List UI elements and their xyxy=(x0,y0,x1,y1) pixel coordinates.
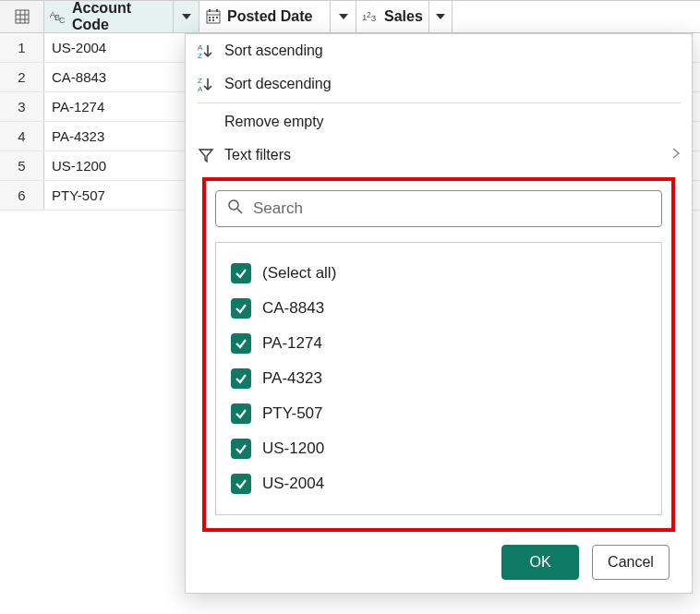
chevron-down-icon xyxy=(338,11,349,22)
column-label: Posted Date xyxy=(227,8,312,25)
filter-option[interactable]: PA-1274 xyxy=(231,326,646,361)
button-label: Cancel xyxy=(608,554,654,571)
filter-option-label: PA-1274 xyxy=(262,334,322,353)
svg-point-30 xyxy=(229,200,238,210)
svg-rect-13 xyxy=(216,17,218,18)
svg-rect-0 xyxy=(16,10,29,23)
checkbox-checked-icon[interactable] xyxy=(231,403,251,424)
svg-rect-14 xyxy=(209,19,211,21)
menu-label: Remove empty xyxy=(224,114,324,130)
cell-account-code[interactable]: US-1200 xyxy=(44,151,199,180)
svg-text:Z: Z xyxy=(198,52,202,59)
sort-descending-item[interactable]: ZA Sort descending xyxy=(186,67,692,101)
sort-ascending-item[interactable]: AZ Sort ascending xyxy=(186,34,692,67)
cancel-button[interactable]: Cancel xyxy=(592,545,670,580)
filter-option[interactable]: US-2004 xyxy=(231,466,646,501)
menu-label: Sort ascending xyxy=(224,42,323,59)
row-number: 4 xyxy=(0,122,44,150)
column-label: Account Code xyxy=(72,0,167,33)
checkbox-checked-icon[interactable] xyxy=(231,298,251,319)
button-label: OK xyxy=(529,554,550,571)
filter-option-label: (Select all) xyxy=(262,264,336,283)
svg-text:3: 3 xyxy=(371,13,377,23)
text-type-icon: ABC xyxy=(50,8,66,25)
row-number: 1 xyxy=(0,33,44,62)
svg-marker-22 xyxy=(436,14,445,19)
svg-text:C: C xyxy=(59,16,66,25)
column-label: Sales xyxy=(384,8,423,25)
row-number: 6 xyxy=(0,181,44,210)
cell-account-code[interactable]: PA-1274 xyxy=(44,92,199,121)
column-header-sales[interactable]: 123 Sales xyxy=(356,1,453,32)
svg-rect-11 xyxy=(209,17,211,18)
checkbox-checked-icon[interactable] xyxy=(231,439,251,459)
svg-line-31 xyxy=(237,209,242,213)
row-number: 3 xyxy=(0,92,44,121)
checkbox-checked-icon[interactable] xyxy=(231,474,251,494)
svg-marker-29 xyxy=(199,150,212,162)
table-header-row: ABC Account Code Posted Date 123 Sales xyxy=(0,0,700,33)
cell-account-code[interactable]: CA-8843 xyxy=(44,63,199,91)
filter-option[interactable]: PTY-507 xyxy=(231,396,646,431)
filter-option[interactable]: (Select all) xyxy=(231,256,646,291)
filter-option[interactable]: CA-8843 xyxy=(231,291,646,326)
column-filter-button-sales[interactable] xyxy=(428,1,452,32)
filter-option[interactable]: US-1200 xyxy=(231,431,646,466)
checkbox-checked-icon[interactable] xyxy=(231,333,251,354)
sort-ascending-icon: AZ xyxy=(197,42,215,60)
svg-text:A: A xyxy=(198,43,203,52)
svg-rect-15 xyxy=(212,19,214,21)
cell-account-code[interactable]: US-2004 xyxy=(44,33,199,62)
remove-empty-item[interactable]: Remove empty xyxy=(186,105,692,138)
filter-option-label: PA-4323 xyxy=(262,369,322,388)
filter-option-label: CA-8843 xyxy=(262,299,324,318)
cell-account-code[interactable]: PA-4323 xyxy=(44,122,199,150)
menu-label: Sort descending xyxy=(224,76,332,92)
column-header-posted-date[interactable]: Posted Date xyxy=(199,1,356,32)
row-number-header[interactable] xyxy=(0,1,44,32)
menu-separator xyxy=(197,102,681,103)
checkbox-checked-icon[interactable] xyxy=(231,368,251,389)
chevron-down-icon xyxy=(435,11,446,22)
filter-search-input[interactable] xyxy=(253,199,650,218)
filter-search-box[interactable] xyxy=(215,190,662,227)
row-number: 2 xyxy=(0,63,44,91)
panel-button-row: OK Cancel xyxy=(186,532,692,580)
checkbox-checked-icon[interactable] xyxy=(231,263,251,283)
svg-marker-8 xyxy=(182,14,191,19)
menu-label: Text filters xyxy=(224,147,291,163)
table-icon xyxy=(14,8,30,25)
chevron-right-icon xyxy=(671,147,681,163)
filter-option[interactable]: PA-4323 xyxy=(231,361,646,396)
filter-icon xyxy=(197,146,215,164)
row-number: 5 xyxy=(0,151,44,180)
chevron-down-icon xyxy=(181,11,192,22)
svg-text:A: A xyxy=(198,85,203,92)
column-filter-panel: AZ Sort ascending ZA Sort descending Rem… xyxy=(185,33,693,594)
column-header-account-code[interactable]: ABC Account Code xyxy=(44,1,199,32)
svg-text:Z: Z xyxy=(198,77,202,85)
sort-descending-icon: ZA xyxy=(197,75,215,93)
filter-option-label: US-2004 xyxy=(262,475,324,493)
filter-options-list: (Select all)CA-8843PA-1274PA-4323PTY-507… xyxy=(215,242,662,515)
ok-button[interactable]: OK xyxy=(501,545,579,580)
cell-account-code[interactable]: PTY-507 xyxy=(44,181,199,210)
svg-marker-18 xyxy=(339,14,348,19)
column-filter-button-account-code[interactable] xyxy=(173,1,199,32)
column-filter-button-posted-date[interactable] xyxy=(330,1,356,32)
text-filters-item[interactable]: Text filters xyxy=(186,138,692,172)
search-icon xyxy=(227,199,244,219)
filter-values-highlight: (Select all)CA-8843PA-1274PA-4323PTY-507… xyxy=(202,177,675,532)
number-type-icon: 123 xyxy=(362,8,379,25)
filter-option-label: US-1200 xyxy=(262,439,324,458)
svg-rect-12 xyxy=(212,17,214,18)
filter-option-label: PTY-507 xyxy=(262,404,323,423)
date-type-icon xyxy=(205,8,222,25)
